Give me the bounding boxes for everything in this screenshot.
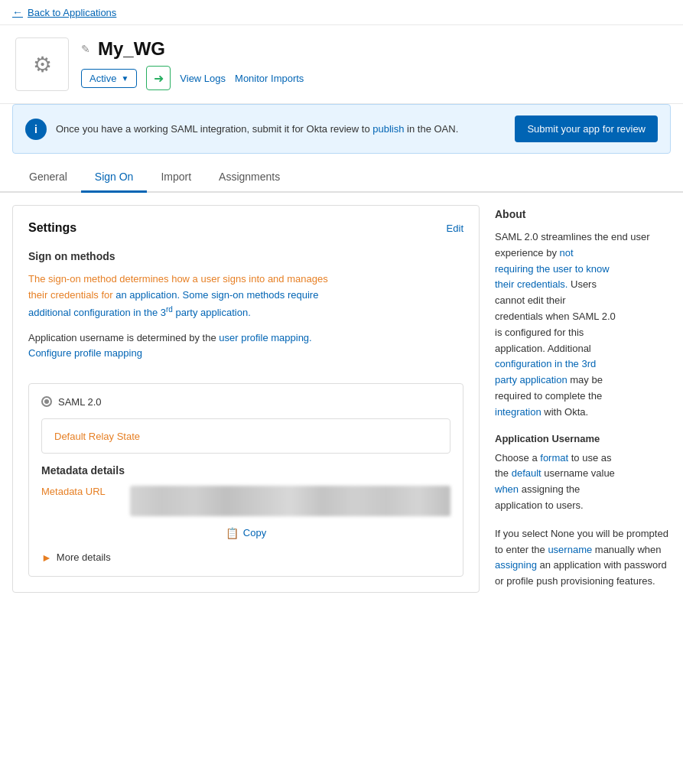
more-details-label: More details <box>57 551 111 563</box>
about-description: SAML 2.0 streamlines the end user experi… <box>495 229 671 421</box>
info-icon: i <box>25 119 47 140</box>
back-link-label: Back to Applications <box>28 7 116 18</box>
app-header: ⚙ ✎ My_WG Active ▼ ➜ View Logs Monitor I… <box>0 25 683 104</box>
saml-radio-button[interactable] <box>41 396 52 407</box>
description-blue-1: an application. Some sign-on methods req… <box>115 289 318 301</box>
app-actions-row: Active ▼ ➜ View Logs Monitor Imports <box>81 66 304 90</box>
app-title-row: ✎ My_WG <box>81 38 304 60</box>
app-username-subtitle: Application Username <box>495 433 671 444</box>
status-dropdown[interactable]: Active ▼ <box>81 69 137 88</box>
about-their-creds-blue: their credentials. <box>495 278 568 290</box>
metadata-row: Metadata URL <box>41 486 450 516</box>
settings-edit-link[interactable]: Edit <box>447 223 463 234</box>
description-blue-2: additional configuration in the 3rd part… <box>28 307 251 318</box>
copy-button[interactable]: 📋 Copy <box>220 524 272 542</box>
configure-profile-mapping-link[interactable]: Configure profile mapping <box>28 347 142 359</box>
edit-app-name-button[interactable]: ✎ <box>81 43 90 55</box>
format-blue: format <box>540 452 568 464</box>
tab-import[interactable]: Import <box>147 163 205 193</box>
about-party-blue: party application <box>495 374 568 385</box>
radio-inner <box>44 399 49 404</box>
app-username-subtext-2: If you select None you will be prompted … <box>495 526 671 590</box>
sign-on-methods-title: Sign on methods <box>28 250 463 262</box>
app-icon: ⚙ <box>15 37 69 91</box>
saml-label: SAML 2.0 <box>58 396 102 408</box>
copy-row: 📋 Copy <box>41 524 450 542</box>
monitor-imports-link[interactable]: Monitor Imports <box>235 73 304 84</box>
about-panel: About SAML 2.0 streamlines the end user … <box>495 205 671 593</box>
back-arrow-icon: ← <box>12 6 23 18</box>
saml-section: SAML 2.0 Default Relay State Metadata de… <box>28 383 463 577</box>
share-icon-button[interactable]: ➜ <box>146 66 171 90</box>
relay-state-box: Default Relay State <box>41 418 450 454</box>
metadata-details-title: Metadata details <box>41 464 450 477</box>
info-banner-text: Once you have a working SAML integration… <box>56 122 458 137</box>
about-title: About <box>495 208 671 220</box>
profile-mapping-blue: user profile mapping. <box>219 332 311 343</box>
relay-state-label: Default Relay State <box>54 431 140 442</box>
copy-icon: 📋 <box>226 527 239 539</box>
about-not-blue: not <box>560 247 574 259</box>
chevron-down-icon: ▼ <box>121 74 128 83</box>
default-blue: default <box>512 467 542 479</box>
assigning-blue: assigning <box>495 559 537 571</box>
submit-review-button[interactable]: Submit your app for review <box>515 115 658 142</box>
expand-icon: ► <box>41 551 52 564</box>
publish-highlight: publish <box>372 123 404 135</box>
tab-assignments[interactable]: Assignments <box>205 163 294 193</box>
app-header-info: ✎ My_WG Active ▼ ➜ View Logs Monitor Imp… <box>81 38 304 90</box>
status-label: Active <box>89 73 116 84</box>
about-integration-blue: integration <box>495 406 542 418</box>
username-blue: username <box>548 544 592 555</box>
app-username-text: Application username is determined by th… <box>28 332 463 343</box>
back-to-applications-link[interactable]: ← Back to Applications <box>0 0 683 25</box>
sign-on-description: The sign-on method determines how a user… <box>28 272 463 321</box>
app-name: My_WG <box>98 38 165 60</box>
app-username-subtext-1: Choose a format to use as the default us… <box>495 451 671 514</box>
about-config-blue: configuration in the 3rd <box>495 358 596 369</box>
share-icon: ➜ <box>154 71 164 86</box>
about-requiring-blue: requiring the user to know <box>495 263 610 275</box>
settings-title: Settings <box>28 221 76 235</box>
view-logs-link[interactable]: View Logs <box>180 73 226 84</box>
tab-sign-on[interactable]: Sign On <box>81 163 148 193</box>
when-blue: when <box>495 483 519 495</box>
tab-general[interactable]: General <box>15 163 81 193</box>
more-details-row[interactable]: ► More details <box>41 551 450 564</box>
info-banner: i Once you have a working SAML integrati… <box>12 104 671 154</box>
tabs-bar: General Sign On Import Assignments <box>0 163 683 193</box>
settings-panel: Settings Edit Sign on methods The sign-o… <box>12 205 480 593</box>
metadata-url-label: Metadata URL <box>41 486 118 497</box>
gear-icon: ⚙ <box>33 52 52 77</box>
info-banner-left: i Once you have a working SAML integrati… <box>25 119 458 140</box>
main-content: Settings Edit Sign on methods The sign-o… <box>0 193 683 605</box>
settings-header: Settings Edit <box>28 221 463 235</box>
metadata-url-value-blurred <box>130 486 450 516</box>
saml-radio-row: SAML 2.0 <box>41 396 450 408</box>
copy-label: Copy <box>243 527 266 538</box>
